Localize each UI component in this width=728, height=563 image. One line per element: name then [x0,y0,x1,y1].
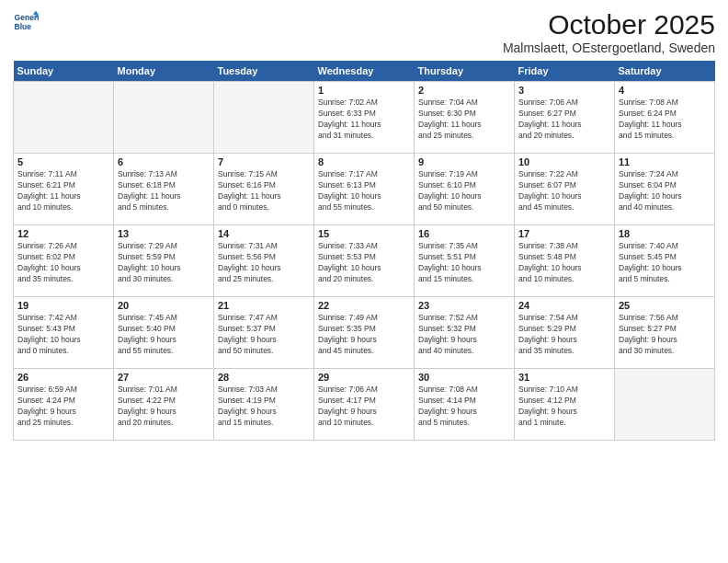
calendar-cell: 10Sunrise: 7:22 AM Sunset: 6:07 PM Dayli… [515,154,615,225]
weekday-header-saturday: Saturday [615,61,715,82]
day-number: 21 [218,300,310,311]
day-number: 22 [318,300,410,311]
day-info: Sunrise: 7:31 AM Sunset: 5:56 PM Dayligh… [218,241,310,285]
day-number: 26 [17,372,109,383]
calendar-cell [214,82,314,154]
weekday-header-friday: Friday [515,61,615,82]
calendar-cell: 2Sunrise: 7:04 AM Sunset: 6:30 PM Daylig… [415,82,515,154]
day-info: Sunrise: 7:38 AM Sunset: 5:48 PM Dayligh… [518,241,610,285]
day-info: Sunrise: 7:26 AM Sunset: 6:02 PM Dayligh… [17,241,109,285]
day-info: Sunrise: 7:56 AM Sunset: 5:27 PM Dayligh… [619,313,711,357]
calendar-cell: 15Sunrise: 7:33 AM Sunset: 5:53 PM Dayli… [314,225,415,297]
day-number: 11 [619,156,711,167]
weekday-header-wednesday: Wednesday [314,61,415,82]
calendar-cell: 11Sunrise: 7:24 AM Sunset: 6:04 PM Dayli… [615,154,715,225]
calendar-week-3: 12Sunrise: 7:26 AM Sunset: 6:02 PM Dayli… [14,225,715,297]
day-number: 5 [17,156,109,167]
calendar-cell: 21Sunrise: 7:47 AM Sunset: 5:37 PM Dayli… [214,297,314,369]
header: General Blue October 2025 Malmslaett, OE… [13,9,715,55]
calendar-cell: 23Sunrise: 7:52 AM Sunset: 5:32 PM Dayli… [415,297,515,369]
day-number: 31 [518,372,610,383]
day-info: Sunrise: 7:06 AM Sunset: 4:17 PM Dayligh… [318,385,410,429]
day-info: Sunrise: 7:08 AM Sunset: 6:24 PM Dayligh… [619,98,711,142]
day-info: Sunrise: 7:15 AM Sunset: 6:16 PM Dayligh… [218,169,310,213]
calendar-cell: 28Sunrise: 7:03 AM Sunset: 4:19 PM Dayli… [214,369,314,441]
calendar-week-1: 1Sunrise: 7:02 AM Sunset: 6:33 PM Daylig… [14,82,715,154]
day-info: Sunrise: 7:11 AM Sunset: 6:21 PM Dayligh… [17,169,109,213]
day-info: Sunrise: 7:35 AM Sunset: 5:51 PM Dayligh… [418,241,510,285]
page-container: General Blue October 2025 Malmslaett, OE… [0,0,728,448]
calendar-cell: 14Sunrise: 7:31 AM Sunset: 5:56 PM Dayli… [214,225,314,297]
day-info: Sunrise: 6:59 AM Sunset: 4:24 PM Dayligh… [17,385,109,429]
calendar-cell: 22Sunrise: 7:49 AM Sunset: 5:35 PM Dayli… [314,297,415,369]
calendar-cell: 20Sunrise: 7:45 AM Sunset: 5:40 PM Dayli… [114,297,214,369]
calendar-cell: 19Sunrise: 7:42 AM Sunset: 5:43 PM Dayli… [14,297,114,369]
calendar-week-4: 19Sunrise: 7:42 AM Sunset: 5:43 PM Dayli… [14,297,715,369]
day-number: 15 [318,228,410,239]
day-number: 12 [17,228,109,239]
day-info: Sunrise: 7:03 AM Sunset: 4:19 PM Dayligh… [218,385,310,429]
day-info: Sunrise: 7:01 AM Sunset: 4:22 PM Dayligh… [118,385,210,429]
day-number: 10 [518,156,610,167]
day-info: Sunrise: 7:17 AM Sunset: 6:13 PM Dayligh… [318,169,410,213]
calendar-cell: 9Sunrise: 7:19 AM Sunset: 6:10 PM Daylig… [415,154,515,225]
calendar-cell: 6Sunrise: 7:13 AM Sunset: 6:18 PM Daylig… [114,154,214,225]
day-number: 30 [418,372,510,383]
day-info: Sunrise: 7:49 AM Sunset: 5:35 PM Dayligh… [318,313,410,357]
calendar-cell: 27Sunrise: 7:01 AM Sunset: 4:22 PM Dayli… [114,369,214,441]
day-number: 27 [118,372,210,383]
day-info: Sunrise: 7:02 AM Sunset: 6:33 PM Dayligh… [318,98,410,142]
calendar-cell: 25Sunrise: 7:56 AM Sunset: 5:27 PM Dayli… [615,297,715,369]
calendar-cell: 29Sunrise: 7:06 AM Sunset: 4:17 PM Dayli… [314,369,415,441]
calendar-cell [114,82,214,154]
weekday-header-monday: Monday [114,61,214,82]
calendar-cell: 13Sunrise: 7:29 AM Sunset: 5:59 PM Dayli… [114,225,214,297]
day-number: 29 [318,372,410,383]
day-info: Sunrise: 7:47 AM Sunset: 5:37 PM Dayligh… [218,313,310,357]
day-info: Sunrise: 7:52 AM Sunset: 5:32 PM Dayligh… [418,313,510,357]
calendar-cell: 31Sunrise: 7:10 AM Sunset: 4:12 PM Dayli… [515,369,615,441]
day-number: 16 [418,228,510,239]
day-number: 25 [619,300,711,311]
calendar-cell: 17Sunrise: 7:38 AM Sunset: 5:48 PM Dayli… [515,225,615,297]
day-number: 6 [118,156,210,167]
weekday-header-row: SundayMondayTuesdayWednesdayThursdayFrid… [14,61,715,82]
day-number: 13 [118,228,210,239]
calendar-cell: 5Sunrise: 7:11 AM Sunset: 6:21 PM Daylig… [14,154,114,225]
day-info: Sunrise: 7:13 AM Sunset: 6:18 PM Dayligh… [118,169,210,213]
day-info: Sunrise: 7:22 AM Sunset: 6:07 PM Dayligh… [518,169,610,213]
day-info: Sunrise: 7:10 AM Sunset: 4:12 PM Dayligh… [518,385,610,429]
calendar-table: SundayMondayTuesdayWednesdayThursdayFrid… [13,61,715,441]
weekday-header-tuesday: Tuesday [214,61,314,82]
day-info: Sunrise: 7:54 AM Sunset: 5:29 PM Dayligh… [518,313,610,357]
calendar-week-2: 5Sunrise: 7:11 AM Sunset: 6:21 PM Daylig… [14,154,715,225]
calendar-cell: 1Sunrise: 7:02 AM Sunset: 6:33 PM Daylig… [314,82,415,154]
day-number: 19 [17,300,109,311]
day-info: Sunrise: 7:29 AM Sunset: 5:59 PM Dayligh… [118,241,210,285]
calendar-cell: 26Sunrise: 6:59 AM Sunset: 4:24 PM Dayli… [14,369,114,441]
weekday-header-thursday: Thursday [415,61,515,82]
day-number: 7 [218,156,310,167]
day-number: 3 [518,85,610,96]
day-number: 23 [418,300,510,311]
day-info: Sunrise: 7:42 AM Sunset: 5:43 PM Dayligh… [17,313,109,357]
calendar-cell: 4Sunrise: 7:08 AM Sunset: 6:24 PM Daylig… [615,82,715,154]
day-number: 28 [218,372,310,383]
title-block: October 2025 Malmslaett, OEstergoetland,… [503,9,715,55]
day-number: 17 [518,228,610,239]
calendar-cell: 16Sunrise: 7:35 AM Sunset: 5:51 PM Dayli… [415,225,515,297]
day-info: Sunrise: 7:19 AM Sunset: 6:10 PM Dayligh… [418,169,510,213]
day-number: 24 [518,300,610,311]
logo-icon: General Blue [13,9,39,35]
day-number: 20 [118,300,210,311]
day-number: 4 [619,85,711,96]
calendar-cell: 8Sunrise: 7:17 AM Sunset: 6:13 PM Daylig… [314,154,415,225]
day-info: Sunrise: 7:33 AM Sunset: 5:53 PM Dayligh… [318,241,410,285]
calendar-cell [615,369,715,441]
calendar-cell: 7Sunrise: 7:15 AM Sunset: 6:16 PM Daylig… [214,154,314,225]
day-number: 18 [619,228,711,239]
calendar-week-5: 26Sunrise: 6:59 AM Sunset: 4:24 PM Dayli… [14,369,715,441]
calendar-cell: 30Sunrise: 7:08 AM Sunset: 4:14 PM Dayli… [415,369,515,441]
calendar-cell: 12Sunrise: 7:26 AM Sunset: 6:02 PM Dayli… [14,225,114,297]
svg-text:Blue: Blue [15,22,32,31]
